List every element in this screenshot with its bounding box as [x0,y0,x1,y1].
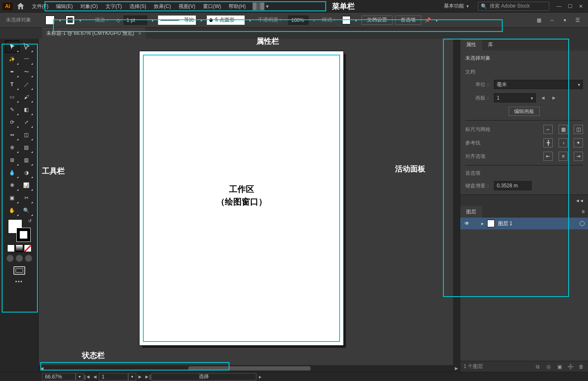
document-tab[interactable]: 未标题-1 @ 66.67% (CMYK/GPU 预览) × [42,28,145,39]
delete-layer-icon[interactable]: 🗑 [578,363,585,370]
artboard-select[interactable]: 1▾ [494,93,536,102]
free-transform-tool[interactable]: ◫ [19,129,34,141]
scroll-thumb[interactable] [188,366,311,370]
color-mode-none[interactable] [24,244,32,252]
edit-toolbar[interactable]: ••• [15,279,23,285]
list-panel-icon[interactable]: ☰ [574,16,581,24]
collapse-panel-icon[interactable]: ◄◄ [575,198,584,203]
pin-icon[interactable]: 📌 [424,16,431,24]
column-graph-tool[interactable]: 📊 [19,179,34,192]
new-layer-icon[interactable]: ➕ [567,363,574,370]
canvas-area[interactable]: 工作区 （绘图窗口） ◄ ► [39,39,460,372]
selection-tool[interactable] [5,40,19,53]
zoom-level[interactable]: 66.67% [42,373,76,381]
direct-selection-tool[interactable] [19,40,34,53]
layer-row[interactable]: 👁 ▸ 图层 1 [460,218,588,229]
layer-target-icon[interactable] [580,221,585,226]
units-select[interactable]: 毫米▾ [494,80,583,89]
artboard-tool[interactable]: ▣ [5,192,19,204]
draw-behind[interactable] [16,255,23,262]
slice-tool[interactable]: ✂ [19,192,34,204]
stroke-weight-input[interactable]: 1 pt [124,16,147,25]
kb-increment-input[interactable]: 0.3528 m [494,181,532,190]
align-selection-icon[interactable]: ⇥ [574,152,583,161]
type-tool[interactable]: T [5,78,19,91]
arrange-documents-icon[interactable] [253,3,264,10]
opacity-label[interactable]: 不透明度： [256,16,286,24]
smart-guides-icon[interactable]: ✦ [574,138,583,147]
artboard-prev-icon[interactable]: ◄ [539,94,547,102]
profile-dropdown[interactable]: ▾ [247,16,253,25]
visibility-icon[interactable]: 👁 [464,220,470,227]
draw-inside[interactable] [25,255,32,262]
stroke-label[interactable]: 描边： [92,16,113,24]
lasso-tool[interactable]: 〰 [19,53,34,66]
ruler-icon[interactable]: ⌐ [543,125,553,134]
chevron-down-icon[interactable]: ▾ [264,2,270,11]
menu-view[interactable]: 视图(V) [175,2,199,11]
search-adobe-stock[interactable]: 🔍 搜索 Adobe Stock [478,2,549,11]
opacity-input[interactable]: 100% [288,16,309,25]
color-mode-solid[interactable] [7,244,15,252]
close-button[interactable]: ✕ [576,3,585,10]
guides-lock-icon[interactable]: ⫞ [559,138,568,147]
current-tool-status[interactable]: 选择 [151,373,256,381]
align-key-object-icon[interactable]: ⇤ [543,152,553,161]
control-more[interactable]: ▾ [434,16,440,25]
tab-properties[interactable]: 属性 [460,39,482,50]
menu-help[interactable]: 帮助(H) [225,2,249,11]
paintbrush-tool[interactable]: 🖌 [19,91,34,103]
transform-panel-icon[interactable]: ↔ [548,16,556,24]
graphic-style-swatch[interactable] [342,16,351,24]
artboard[interactable]: 工作区 （绘图窗口） [140,51,343,345]
maximize-button[interactable]: ☐ [565,3,575,10]
perspective-grid-tool[interactable]: ▤ [19,141,34,154]
guides-show-icon[interactable]: ╋ [543,138,553,147]
next-artboard-icon[interactable]: ► [136,373,144,381]
fill-swatch[interactable] [45,16,55,25]
workspace-switcher[interactable]: 基本功能 ▾ [440,2,473,11]
style-dropdown[interactable]: ▾ [353,16,359,25]
stroke-color[interactable] [16,228,31,242]
width-tool[interactable]: ⇔ [5,129,19,141]
magic-wand-tool[interactable]: ✨ [5,53,19,66]
create-sublayer-icon[interactable]: ▣ [556,363,563,370]
menu-type[interactable]: 文字(T) [102,2,125,11]
zoom-tool[interactable]: 🔍 [19,204,34,217]
shaper-tool[interactable]: ✎ [5,103,19,116]
eyedropper-tool[interactable]: 💧 [5,166,19,179]
menu-effect[interactable]: 效果(C) [150,2,174,11]
swap-fill-stroke-icon[interactable]: ↺ [28,218,32,223]
stroke-swatch[interactable] [66,16,75,25]
tab-layers[interactable]: 图层 [460,206,482,218]
first-artboard-icon[interactable]: |◄ [84,373,91,381]
layers-panel-menu-icon[interactable]: ≡ [578,206,588,218]
shape-builder-tool[interactable]: ⊕ [5,141,19,154]
grid-icon[interactable]: ▦ [559,125,568,134]
home-icon[interactable] [16,2,25,11]
pen-tool[interactable]: ✒ [5,66,19,78]
fill-dropdown[interactable]: ▾ [57,16,63,25]
minimize-button[interactable]: — [554,3,564,10]
scale-tool[interactable]: ⤢ [19,116,34,129]
mesh-tool[interactable]: ⊞ [5,154,19,166]
symbol-sprayer-tool[interactable]: ❋ [5,179,19,192]
menu-edit[interactable]: 编辑(E) [53,2,76,11]
brush-dropdown[interactable]: ▾ [198,16,204,25]
gradient-tool[interactable]: ▥ [19,154,34,166]
opacity-dropdown[interactable]: › [311,16,317,25]
scroll-left-icon[interactable]: ◄ [39,365,45,371]
locate-object-icon[interactable]: ⧉ [534,363,541,370]
close-tab-icon[interactable]: × [138,31,141,37]
document-setup-button[interactable]: 文档设置 [361,16,393,25]
transparency-grid-icon[interactable]: ◫ [574,125,583,134]
stroke-weight-dropdown[interactable]: ▾ [150,16,156,25]
preferences-button[interactable]: 首选项 [395,16,421,25]
stroke-weight-down[interactable]: ◇ [115,16,121,25]
transform-dropdown[interactable]: ▾ [562,16,568,25]
draw-normal[interactable] [6,255,14,262]
layer-name[interactable]: 图层 1 [498,220,512,227]
tab-libraries[interactable]: 库 [482,39,499,50]
vertical-scrollbar[interactable] [453,39,460,365]
edit-artboards-button[interactable]: 编辑画板 [509,107,540,116]
